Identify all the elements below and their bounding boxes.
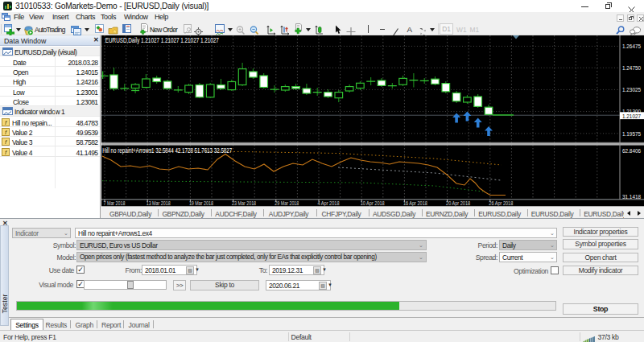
svg-text:13 Mar 2018: 13 Mar 2018 xyxy=(147,200,171,206)
svg-text:10 Apr 2018: 10 Apr 2018 xyxy=(361,200,385,206)
svg-text:1.21027: 1.21027 xyxy=(622,113,641,120)
svg-text:16 Apr 2018: 16 Apr 2018 xyxy=(403,200,427,206)
svg-text:7 Mar 2018: 7 Mar 2018 xyxy=(104,200,126,206)
svg-text:1.26475: 1.26475 xyxy=(622,43,641,50)
svg-text:1.19575: 1.19575 xyxy=(622,130,641,138)
svg-text:62.8406: 62.8406 xyxy=(622,147,641,155)
svg-text:23 Mar 2018: 23 Mar 2018 xyxy=(232,200,256,206)
svg-text:31.1418: 31.1418 xyxy=(622,193,641,200)
svg-text:1.24750: 1.24750 xyxy=(622,64,641,72)
svg-text:Hill no repaint+Arrows1 32.584: Hill no repaint+Arrows1 32.5844 42.1728 … xyxy=(102,147,232,155)
svg-text:26 Apr 2018: 26 Apr 2018 xyxy=(489,200,513,206)
svg-text:19 Mar 2018: 19 Mar 2018 xyxy=(189,200,213,206)
svg-text:EURUSD,Daily 1.21027 1.21027: EURUSD,Daily 1.21027 1.21027 1.21027 1.2… xyxy=(105,36,219,44)
svg-text:1.23025: 1.23025 xyxy=(622,86,641,93)
svg-text:29 Mar 2018: 29 Mar 2018 xyxy=(275,200,299,206)
svg-text:20 Apr 2018: 20 Apr 2018 xyxy=(446,200,470,206)
svg-text:4 Apr 2018: 4 Apr 2018 xyxy=(318,200,340,206)
